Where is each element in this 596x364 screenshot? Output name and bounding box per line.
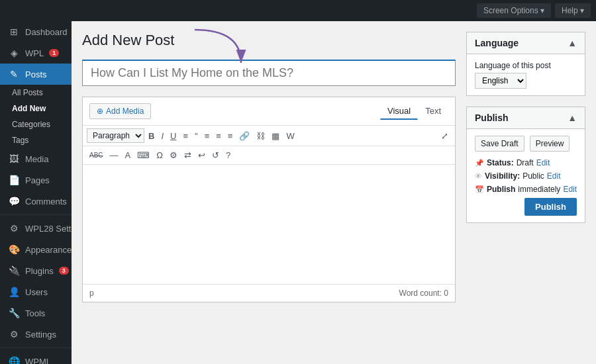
sidebar-item-wpml[interactable]: 🌐 WPML	[0, 351, 72, 364]
redo-button[interactable]: ↺	[209, 149, 222, 161]
sidebar-item-label: Tools	[25, 308, 45, 318]
textcolor-button[interactable]: A	[123, 149, 134, 161]
toolbar-row-2: ABC — A ⌨ Ω ⚙ ⇄ ↩ ↺ ?	[83, 146, 455, 165]
add-new-label: Add New	[12, 104, 46, 113]
schedule-value: immediately	[518, 185, 560, 194]
help-button[interactable]: Help ▾	[555, 3, 591, 18]
align-center-button[interactable]: ≡	[213, 130, 224, 142]
sidebar-item-label: Pages	[25, 175, 50, 185]
wp-button[interactable]: W	[283, 130, 297, 142]
paragraph-tag: p	[89, 289, 94, 298]
language-panel-title: Language	[475, 38, 519, 48]
link-button[interactable]: 🔗	[236, 130, 252, 142]
sidebar-item-label: Comments	[25, 197, 67, 206]
plugins-badge: 3	[59, 267, 69, 275]
sidebar-item-label: WPML	[25, 357, 51, 365]
sidebar-item-label: Plugins	[25, 266, 54, 276]
sidebar: ⊞ Dashboard ◈ WPL 1 ✎ Posts All Posts Ad…	[0, 21, 72, 364]
sidebar-item-comments[interactable]: 💬 Comments	[0, 191, 72, 212]
underline-button[interactable]: U	[168, 130, 179, 142]
indent-button[interactable]: ⚙	[167, 149, 180, 161]
sidebar-item-wpl28-settings[interactable]: ⚙ WPL28 Settings	[0, 218, 72, 239]
expand-button[interactable]: ⤢	[438, 130, 451, 142]
comments-icon: 💬	[8, 196, 20, 206]
schedule-icon: 📅	[475, 185, 484, 194]
wpl28-icon: ⚙	[8, 223, 20, 234]
sidebar-item-pages[interactable]: 📄 Pages	[0, 169, 72, 191]
format-select[interactable]: Paragraph	[87, 128, 144, 143]
special-char-button[interactable]: Ω	[154, 149, 166, 161]
sidebar-item-wpl[interactable]: ◈ WPL 1	[0, 42, 72, 64]
italic-button[interactable]: I	[158, 130, 166, 142]
sidebar-item-label: Dashboard	[25, 27, 68, 37]
visibility-key: Visibility:	[485, 171, 520, 181]
wpml-icon: 🌐	[8, 356, 20, 364]
publish-panel-toggle[interactable]: ▲	[568, 113, 577, 123]
visibility-row: 👁 Visibility: Public Edit	[475, 171, 577, 181]
users-icon: 👤	[8, 287, 20, 297]
settings-icon: ⚙	[8, 329, 20, 340]
align-right-button[interactable]: ≡	[225, 130, 236, 142]
tab-visual[interactable]: Visual	[380, 103, 418, 120]
undo-button[interactable]: ↩	[195, 149, 208, 161]
sidebar-item-categories[interactable]: Categories	[0, 116, 72, 132]
sidebar-item-users[interactable]: 👤 Users	[0, 281, 72, 302]
table-button[interactable]: ▦	[269, 130, 282, 142]
post-title-input[interactable]	[82, 60, 456, 86]
save-draft-button[interactable]: Save Draft	[475, 136, 524, 152]
sidebar-item-label: Users	[25, 287, 48, 297]
sidebar-item-label: Appearance	[25, 245, 72, 255]
tab-text[interactable]: Text	[418, 103, 448, 120]
sidebar-item-all-posts[interactable]: All Posts	[0, 85, 72, 101]
hr-button[interactable]: —	[107, 149, 121, 161]
paste-button[interactable]: ⌨	[134, 149, 152, 161]
sidebar-item-tags[interactable]: Tags	[0, 132, 72, 148]
bold-button[interactable]: B	[146, 130, 157, 142]
top-bar: Screen Options ▾ Help ▾	[0, 0, 596, 21]
main-layout: ⊞ Dashboard ◈ WPL 1 ✎ Posts All Posts Ad…	[0, 21, 596, 364]
status-edit-link[interactable]: Edit	[536, 158, 550, 167]
sidebar-item-dashboard[interactable]: ⊞ Dashboard	[0, 21, 72, 42]
sidebar-item-label: Settings	[25, 330, 56, 340]
unlink-button[interactable]: ⛓	[254, 130, 268, 142]
word-count: Word count: 0	[399, 289, 448, 298]
screen-options-button[interactable]: Screen Options ▾	[477, 3, 551, 18]
sidebar-item-settings[interactable]: ⚙ Settings	[0, 324, 72, 345]
editor-content[interactable]	[83, 165, 455, 284]
help-toolbar-button[interactable]: ?	[223, 149, 233, 161]
add-media-icon: ⊕	[97, 107, 103, 116]
wpl-icon: ◈	[8, 48, 20, 58]
abc-button[interactable]: ABC	[87, 150, 106, 160]
align-left-button[interactable]: ≡	[202, 130, 213, 142]
preview-button[interactable]: Preview	[530, 136, 570, 152]
language-select[interactable]: English Spanish French German	[475, 73, 526, 89]
sidebar-item-label: Posts	[25, 69, 47, 79]
plugins-icon: 🔌	[8, 265, 20, 276]
editor-toolbar-top: ⊕ Add Media Visual Text	[83, 97, 455, 126]
status-key: Status:	[487, 158, 514, 167]
sidebar-item-media[interactable]: 🖼 Media	[0, 148, 72, 169]
blockquote-button[interactable]: "	[192, 130, 201, 142]
appearance-icon: 🎨	[8, 244, 20, 255]
visibility-edit-link[interactable]: Edit	[547, 171, 561, 181]
publish-panel-header: Publish ▲	[467, 107, 585, 129]
status-row: 📌 Status: Draft Edit	[475, 158, 577, 167]
strikethrough-button[interactable]: ≡	[180, 130, 191, 142]
language-panel-toggle[interactable]: ▲	[568, 38, 577, 48]
sidebar-item-tools[interactable]: 🔧 Tools	[0, 302, 72, 324]
publish-panel: Publish ▲ Save Draft Preview 📌 Status: D…	[466, 107, 585, 223]
publish-button[interactable]: Publish	[524, 198, 577, 216]
schedule-edit-link[interactable]: Edit	[563, 185, 577, 194]
visibility-icon: 👁	[475, 172, 482, 180]
sidebar-item-add-new[interactable]: Add New	[0, 101, 72, 116]
sidebar-item-posts[interactable]: ✎ Posts	[0, 64, 72, 85]
sidebar-item-label: Media	[25, 154, 48, 164]
sidebar-item-appearance[interactable]: 🎨 Appearance	[0, 239, 72, 260]
sidebar-item-plugins[interactable]: 🔌 Plugins 3	[0, 260, 72, 281]
add-media-button[interactable]: ⊕ Add Media	[89, 103, 151, 119]
editor-box: ⊕ Add Media Visual Text Paragraph B I U	[82, 97, 456, 302]
pages-icon: 📄	[8, 175, 20, 185]
outdent-button[interactable]: ⇄	[181, 149, 194, 161]
status-value: Draft	[517, 158, 534, 167]
editor-tabs: Visual Text	[380, 103, 448, 120]
